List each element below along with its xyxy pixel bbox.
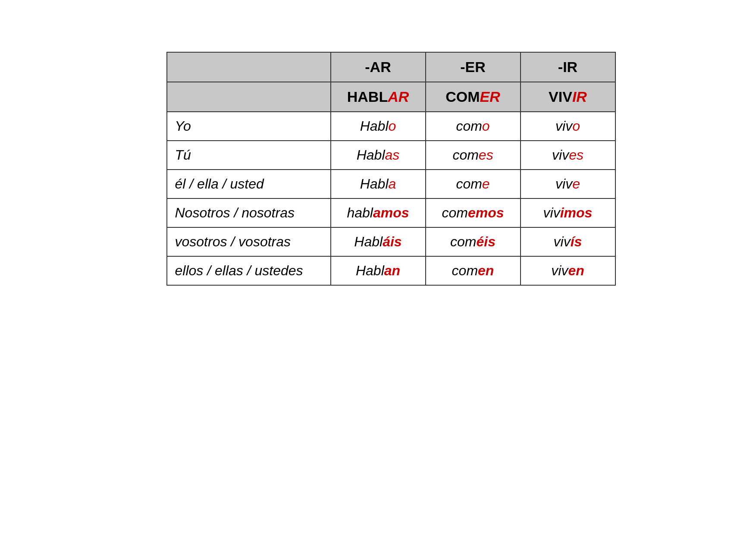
yo-ir-stem: viv bbox=[555, 118, 572, 134]
ellos-er-stem: com bbox=[452, 263, 478, 278]
subject-el: él / ella / usted bbox=[167, 170, 331, 198]
tu-er-stem: com bbox=[452, 147, 478, 163]
vivir-stem: VIV bbox=[549, 88, 572, 105]
yo-er-ending: o bbox=[482, 118, 490, 134]
er-type-label: -ER bbox=[460, 59, 486, 75]
ellos-er: comen bbox=[426, 256, 521, 285]
yo-ar-ending: o bbox=[389, 118, 396, 134]
table-row: él / ella / usted Habla come vive bbox=[167, 170, 615, 198]
yo-er-stem: com bbox=[456, 118, 482, 134]
nos-ir-stem: viv bbox=[543, 205, 560, 220]
comer-ending: ER bbox=[480, 88, 500, 105]
ellos-ir-ending: en bbox=[568, 263, 584, 278]
vos-er-stem: com bbox=[450, 234, 476, 249]
vos-er: coméis bbox=[426, 227, 521, 256]
comer-stem: COM bbox=[445, 88, 480, 105]
tu-ir-stem: viv bbox=[552, 147, 569, 163]
el-ir-ending: e bbox=[572, 176, 580, 192]
tu-ar: Hablas bbox=[331, 141, 426, 170]
vos-ir-stem: viv bbox=[554, 234, 571, 249]
nos-ir-ending: imos bbox=[560, 205, 593, 220]
el-ir-stem: viv bbox=[555, 176, 572, 192]
ellos-ar: Hablan bbox=[331, 256, 426, 285]
nos-ar: hablamos bbox=[331, 198, 426, 227]
ar-type-header: -AR bbox=[331, 52, 426, 82]
conjugation-table-container: -AR -ER -IR HABLAR COMER VIVIR Yo bbox=[141, 52, 616, 286]
vos-er-ending: éis bbox=[476, 234, 495, 249]
tu-ar-stem: Habl bbox=[357, 147, 385, 163]
el-ir: vive bbox=[521, 170, 615, 198]
tu-ir-ending: es bbox=[569, 147, 583, 163]
nos-er: comemos bbox=[426, 198, 521, 227]
yo-ar-stem: Habl bbox=[360, 118, 389, 134]
el-er-stem: com bbox=[456, 176, 482, 192]
nos-ar-ending: amos bbox=[373, 205, 409, 220]
hablar-stem: HABL bbox=[347, 88, 388, 105]
hablar-verb-header: HABLAR bbox=[331, 82, 426, 112]
subject-nosotros: Nosotros / nosotras bbox=[167, 198, 331, 227]
vos-ir: vivís bbox=[521, 227, 615, 256]
nos-er-stem: com bbox=[442, 205, 467, 220]
table-row: ellos / ellas / ustedes Hablan comen viv… bbox=[167, 256, 615, 285]
header-type-row: -AR -ER -IR bbox=[167, 52, 615, 82]
el-er: come bbox=[426, 170, 521, 198]
ir-type-header: -IR bbox=[521, 52, 615, 82]
vos-ar-ending: áis bbox=[383, 234, 402, 249]
tu-er: comes bbox=[426, 141, 521, 170]
nos-ar-stem: habl bbox=[347, 205, 373, 220]
yo-ar: Hablo bbox=[331, 112, 426, 141]
vivir-ending: IR bbox=[572, 88, 587, 105]
ellos-ir-stem: viv bbox=[551, 263, 568, 278]
nos-er-ending: emos bbox=[468, 205, 504, 220]
empty-verb-header-cell bbox=[167, 82, 331, 112]
table-row: vosotros / vosotras Habláis coméis vivís bbox=[167, 227, 615, 256]
vos-ar: Habláis bbox=[331, 227, 426, 256]
table-row: Tú Hablas comes vives bbox=[167, 141, 615, 170]
el-ar: Habla bbox=[331, 170, 426, 198]
ellos-er-ending: en bbox=[478, 263, 494, 278]
yo-ir: vivo bbox=[521, 112, 615, 141]
yo-ir-ending: o bbox=[572, 118, 580, 134]
el-ar-stem: Habl bbox=[360, 176, 389, 192]
vos-ir-ending: ís bbox=[571, 234, 582, 249]
vos-ar-stem: Habl bbox=[354, 234, 383, 249]
empty-header-cell bbox=[167, 52, 331, 82]
conjugation-table: -AR -ER -IR HABLAR COMER VIVIR Yo bbox=[166, 52, 616, 286]
hablar-ending: AR bbox=[388, 88, 409, 105]
ellos-ar-stem: Habl bbox=[356, 263, 384, 278]
ar-type-label: -AR bbox=[365, 59, 391, 75]
table-row: Yo Hablo como vivo bbox=[167, 112, 615, 141]
el-ar-ending: a bbox=[389, 176, 396, 192]
tu-ar-ending: as bbox=[385, 147, 400, 163]
vivir-verb-header: VIVIR bbox=[521, 82, 615, 112]
nos-ir: vivimos bbox=[521, 198, 615, 227]
subject-yo: Yo bbox=[167, 112, 331, 141]
header-verb-row: HABLAR COMER VIVIR bbox=[167, 82, 615, 112]
ir-type-label: -IR bbox=[558, 59, 577, 75]
el-er-ending: e bbox=[482, 176, 490, 192]
er-type-header: -ER bbox=[426, 52, 521, 82]
tu-er-ending: es bbox=[479, 147, 493, 163]
yo-er: como bbox=[426, 112, 521, 141]
subject-vosotros: vosotros / vosotras bbox=[167, 227, 331, 256]
ellos-ir: viven bbox=[521, 256, 615, 285]
tu-ir: vives bbox=[521, 141, 615, 170]
subject-ellos: ellos / ellas / ustedes bbox=[167, 256, 331, 285]
ellos-ar-ending: an bbox=[384, 263, 400, 278]
table-row: Nosotros / nosotras hablamos comemos viv… bbox=[167, 198, 615, 227]
subject-tu: Tú bbox=[167, 141, 331, 170]
comer-verb-header: COMER bbox=[426, 82, 521, 112]
